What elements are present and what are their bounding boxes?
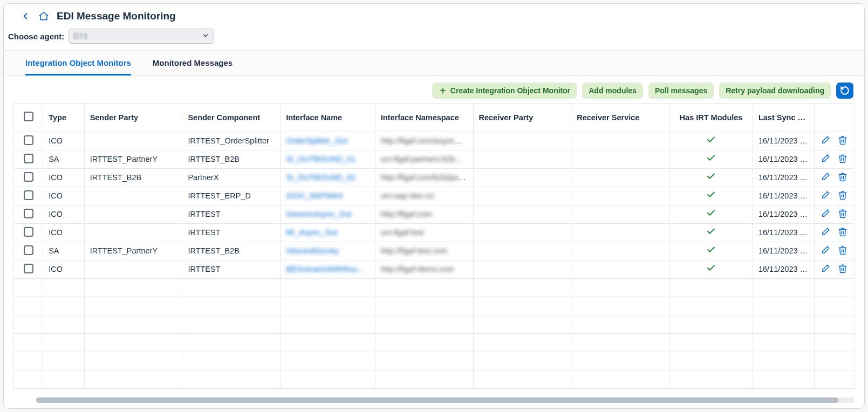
row-checkbox[interactable] bbox=[24, 135, 33, 145]
refresh-icon bbox=[840, 86, 850, 95]
table-row-empty bbox=[14, 352, 855, 370]
cell-receiver-party bbox=[473, 223, 571, 242]
row-checkbox[interactable] bbox=[24, 227, 33, 237]
home-button[interactable] bbox=[38, 11, 49, 22]
delete-button[interactable] bbox=[838, 135, 848, 147]
check-icon bbox=[706, 173, 716, 183]
cell-interface-name[interactable]: BEScenarioWithRou… bbox=[281, 260, 375, 278]
chevron-down-icon bbox=[202, 32, 209, 41]
table-row: ICOIRTTEST_B2BPartnerXSI_OUTBOUND_02http… bbox=[14, 168, 855, 187]
row-checkbox[interactable] bbox=[24, 264, 33, 273]
cell-actions bbox=[814, 242, 854, 260]
tab-integration-object-monitors[interactable]: Integration Object Monitors bbox=[25, 51, 131, 75]
edit-button[interactable] bbox=[821, 190, 830, 202]
cell-interface-name[interactable]: SI_OUTBOUND_02 bbox=[281, 168, 375, 187]
row-checkbox[interactable] bbox=[24, 154, 33, 163]
agent-select-value: D73 bbox=[73, 32, 87, 40]
edit-button[interactable] bbox=[821, 172, 830, 183]
cell-receiver-party bbox=[473, 168, 571, 187]
horizontal-scrollbar[interactable] bbox=[36, 397, 855, 403]
col-sender-component[interactable]: Sender Component bbox=[182, 104, 281, 132]
cell-has-irt bbox=[669, 187, 753, 205]
cell-type: ICO bbox=[43, 187, 84, 205]
cell-interface-namespace: http://figaf.com/b2b/part… bbox=[375, 168, 473, 187]
cell-interface-namespace: urn:sap-idoc:v2 bbox=[375, 187, 473, 205]
cell-interface-name[interactable]: IDOC_MATMAS bbox=[281, 187, 375, 205]
row-checkbox[interactable] bbox=[24, 190, 33, 200]
delete-button[interactable] bbox=[838, 209, 848, 220]
add-modules-button[interactable]: Add modules bbox=[582, 83, 643, 99]
horizontal-scrollbar-thumb[interactable] bbox=[36, 397, 838, 403]
toolbar: Create Integration Object Monitor Add mo… bbox=[4, 76, 864, 103]
table-row: SAIRTTEST_PartnerYIRTTEST_B2BInboundSurv… bbox=[14, 242, 855, 260]
cell-type: ICO bbox=[43, 223, 84, 242]
cell-receiver-service bbox=[571, 205, 669, 223]
select-all-checkbox[interactable] bbox=[24, 112, 33, 121]
check-icon bbox=[706, 154, 716, 165]
delete-button[interactable] bbox=[838, 172, 848, 183]
delete-button[interactable] bbox=[838, 245, 848, 257]
cell-receiver-service bbox=[571, 223, 669, 242]
edit-button[interactable] bbox=[821, 135, 830, 147]
delete-button[interactable] bbox=[838, 227, 848, 238]
poll-messages-button[interactable]: Poll messages bbox=[648, 83, 714, 99]
agent-row: Choose agent: D73 bbox=[4, 26, 864, 51]
cell-interface-name[interactable]: GenericAsync_Out bbox=[281, 205, 375, 223]
cell-receiver-party bbox=[473, 150, 571, 168]
cell-receiver-service bbox=[571, 242, 669, 260]
cell-actions bbox=[814, 205, 854, 223]
cell-has-irt bbox=[669, 242, 753, 260]
edit-button[interactable] bbox=[821, 209, 830, 220]
delete-button[interactable] bbox=[838, 190, 848, 202]
col-receiver-party[interactable]: Receiver Party bbox=[473, 104, 571, 132]
delete-button[interactable] bbox=[838, 264, 848, 275]
delete-button[interactable] bbox=[838, 154, 848, 165]
col-type[interactable]: Type bbox=[43, 104, 84, 132]
cell-type: ICO bbox=[43, 260, 84, 278]
tab-monitored-messages[interactable]: Monitored Messages bbox=[153, 51, 233, 75]
back-button[interactable] bbox=[20, 11, 31, 22]
edit-button[interactable] bbox=[821, 154, 830, 165]
col-interface-name[interactable]: Interface Name bbox=[281, 104, 375, 132]
agent-label: Choose agent: bbox=[8, 32, 64, 41]
edit-button[interactable] bbox=[821, 264, 830, 275]
cell-receiver-party bbox=[473, 242, 571, 260]
col-has-irt[interactable]: Has IRT Modules bbox=[669, 104, 753, 132]
retry-download-button[interactable]: Retry payload downloading bbox=[719, 83, 831, 99]
cell-actions bbox=[814, 132, 854, 150]
edit-button[interactable] bbox=[821, 245, 830, 257]
agent-select[interactable]: D73 bbox=[69, 29, 214, 44]
col-last-sync[interactable]: Last Sync Date bbox=[753, 104, 814, 132]
cell-sender-party bbox=[84, 260, 182, 278]
row-checkbox[interactable] bbox=[24, 172, 33, 182]
col-interface-namespace[interactable]: Interface Namespace bbox=[375, 104, 473, 132]
cell-has-irt bbox=[669, 260, 753, 278]
row-checkbox[interactable] bbox=[24, 209, 33, 218]
cell-receiver-service bbox=[571, 260, 669, 278]
check-icon bbox=[706, 191, 716, 202]
cell-sender-party bbox=[84, 187, 182, 205]
col-sender-party[interactable]: Sender Party bbox=[84, 104, 182, 132]
check-icon bbox=[706, 264, 716, 275]
table-row: ICOIRTTEST_ERP_DIDOC_MATMASurn:sap-idoc:… bbox=[14, 187, 855, 205]
cell-sender-component: IRTTEST_OrderSplitter bbox=[182, 132, 281, 150]
cell-interface-name[interactable]: OrderSplitter_Out bbox=[281, 132, 375, 150]
cell-sender-component: IRTTEST_B2B bbox=[182, 150, 281, 168]
col-receiver-service[interactable]: Receiver Service bbox=[571, 104, 669, 132]
cell-actions bbox=[814, 223, 854, 242]
create-monitor-button[interactable]: Create Integration Object Monitor bbox=[432, 83, 577, 99]
row-checkbox[interactable] bbox=[24, 245, 33, 255]
cell-interface-name[interactable]: SI_OUTBOUND_01 bbox=[281, 150, 375, 168]
cell-receiver-party bbox=[473, 187, 571, 205]
cell-sender-party: IRTTEST_B2B bbox=[84, 168, 182, 187]
cell-type: ICO bbox=[43, 132, 84, 150]
cell-sender-party bbox=[84, 132, 182, 150]
cell-actions bbox=[814, 260, 854, 278]
refresh-button[interactable] bbox=[836, 83, 853, 99]
table-row-empty bbox=[14, 297, 855, 315]
cell-interface-name[interactable]: InboundSurvey bbox=[281, 242, 375, 260]
edit-button[interactable] bbox=[821, 227, 830, 238]
check-icon bbox=[706, 228, 716, 238]
cell-interface-name[interactable]: MI_Async_Out bbox=[281, 223, 375, 242]
cell-last-sync: 16/11/2023 16:2 bbox=[753, 187, 814, 205]
